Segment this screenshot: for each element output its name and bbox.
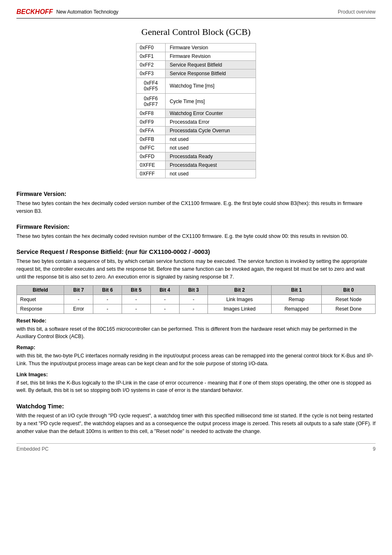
table-row: 0xFF0 Firmware Version [136,44,256,52]
watchdog-time-body: With the request of an I/O cycle through… [16,412,376,435]
gcb-label: Firmware Version [165,44,256,52]
col-header-bit1: Bit 1 [271,285,322,295]
cell-b3: - [179,295,208,304]
gcb-label: Processdata Cycle Overrun [165,127,256,135]
table-row: 0xFF9 Processdata Error [136,118,256,127]
gcb-table: 0xFF0 Firmware Version 0xFF1 Firmware Re… [136,43,256,178]
cell-b6: - [93,304,122,313]
gcb-addr: 0xFFB [136,135,165,143]
gcb-section: General Control Block (GCB) 0xFF0 Firmwa… [16,27,376,178]
col-header-bit7: Bit 7 [64,285,93,295]
table-row: 0xFF4 0xFF5 Watchdog Time [ms] [136,78,256,94]
cell-b4: - [150,304,179,313]
cell-b6: - [93,295,122,304]
table-row: 0XFFE Processdata Request [136,161,256,170]
gcb-label: Watchdog Time [ms] [165,78,256,93]
table-row: 0xFF1 Firmware Revision [136,52,256,61]
table-row: 0xFFD Processdata Ready [136,152,256,161]
link-images-body: if set, this bit links the K-Bus logical… [16,379,376,395]
footer-left: Embedded PC [16,446,48,452]
cell-b5: - [122,295,150,304]
table-row: 0xFF3 Service Response Bitfield [136,69,256,78]
service-request-body: These two bytes contain a sequence of bi… [16,258,376,281]
gcb-label: Watchdog Error Counter [165,109,256,117]
gcb-addr: 0xFF4 [140,80,162,86]
col-header-bit4: Bit 4 [150,285,179,295]
service-request-section: Service Request / Response Bitfield: (nu… [16,248,376,394]
service-request-title: Service Request / Response Bitfield: (nu… [16,248,376,255]
link-images-label: Link Images: [16,372,376,378]
gcb-addr: 0xFF5 [140,86,162,92]
gcb-label: Processdata Ready [165,152,256,161]
cell-name: Response [17,304,64,313]
cell-b2: Images Linked [208,304,271,313]
gcb-addr: 0XFFE [136,161,165,169]
cell-b0: Reset Node [322,295,376,304]
footer-page-number: 9 [373,446,376,452]
firmware-revision-body: These two bytes contain the hex decimall… [16,233,376,240]
beckhoff-logo: BECKHOFF [16,8,53,16]
gcb-label: Processdata Error [165,118,256,126]
gcb-label: not used [165,170,256,178]
logo-tagline: New Automation Technology [56,9,118,15]
watchdog-time-section: Watchdog Time: With the request of an I/… [16,403,376,435]
gcb-title: General Control Block (GCB) [16,27,376,37]
table-row: 0xFFC not used [136,144,256,152]
page-footer: Embedded PC 9 [16,443,376,452]
cell-b1: Remapped [271,304,322,313]
table-row: 0XFFF not used [136,170,256,178]
gcb-label: Cycle Time [ms] [165,94,256,109]
gcb-label: Service Response Bitfield [165,69,256,78]
gcb-addr: 0xFF0 [136,44,165,52]
gcb-label: Processdata Request [165,161,256,169]
gcb-label: Service Request Bitfield [165,61,256,69]
firmware-revision-section: Firmware Revision: These two bytes conta… [16,223,376,240]
bitfield-table: Bitfeld Bit 7 Bit 6 Bit 5 Bit 4 Bit 3 Bi… [16,285,376,314]
cell-b2: Link Images [208,295,271,304]
col-header-bit0: Bit 0 [322,285,376,295]
gcb-addr: 0xFF1 [136,52,165,60]
reset-node-body: with this bit, a software reset of the 8… [16,325,376,341]
gcb-addr: 0xFF8 [136,109,165,117]
col-header-bit3: Bit 3 [179,285,208,295]
table-row: 0xFF6 0xFF7 Cycle Time [ms] [136,94,256,109]
cell-b0: Reset Done [322,304,376,313]
gcb-label: not used [165,144,256,152]
firmware-version-section: Firmware Version: These two bytes contai… [16,191,376,215]
remap-body: with this bit, the two-byte PLC interfac… [16,352,376,368]
table-row: 0xFF2 Service Request Bitfield [136,61,256,69]
gcb-addr: 0XFFF [136,170,165,178]
cell-b7: Error [64,304,93,313]
gcb-addr: 0xFF6 [140,96,162,101]
gcb-addr: 0xFFC [136,144,165,152]
gcb-label: Firmware Revision [165,52,256,60]
remap-label: Remap: [16,345,376,350]
col-header-bitfeld: Bitfeld [17,285,64,295]
cell-b1: Remap [271,295,322,304]
table-row: 0xFFB not used [136,135,256,144]
col-header-bit2: Bit 2 [208,285,271,295]
gcb-addr: 0xFF7 [140,101,162,107]
gcb-addr-pair: 0xFF6 0xFF7 [136,94,165,109]
page-header: BECKHOFF New Automation Technology Produ… [16,8,376,18]
header-section: Product overview [338,9,376,15]
table-header-row: Bitfeld Bit 7 Bit 6 Bit 5 Bit 4 Bit 3 Bi… [17,285,376,295]
table-row: Response Error - - - - Images Linked Rem… [17,304,376,313]
watchdog-time-title: Watchdog Time: [16,403,376,410]
cell-b7: - [64,295,93,304]
firmware-version-body: These two bytes contain the hex decimall… [16,200,376,215]
table-row: 0xFFA Processdata Cycle Overrun [136,127,256,135]
gcb-label: not used [165,135,256,143]
reset-node-label: Reset Node: [16,318,376,324]
firmware-revision-title: Firmware Revision: [16,223,376,230]
gcb-addr: 0xFF9 [136,118,165,126]
gcb-addr: 0xFFD [136,152,165,161]
cell-b3: - [179,304,208,313]
gcb-addr-pair: 0xFF4 0xFF5 [136,78,165,93]
cell-b5: - [122,304,150,313]
table-row: Requet - - - - - Link Images Remap Reset… [17,295,376,304]
gcb-addr: 0xFF2 [136,61,165,69]
col-header-bit5: Bit 5 [122,285,150,295]
firmware-version-title: Firmware Version: [16,191,376,197]
logo-area: BECKHOFF New Automation Technology [16,8,118,16]
